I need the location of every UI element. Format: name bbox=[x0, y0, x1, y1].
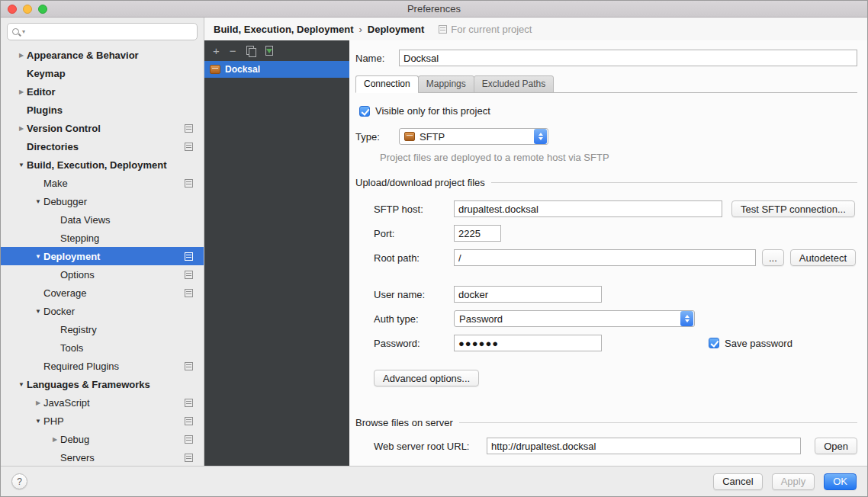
chevron-down-icon[interactable]: ▼ bbox=[33, 418, 43, 425]
sidebar-item-languages-frameworks[interactable]: ▼ Languages & Frameworks bbox=[1, 375, 204, 393]
user-name-field[interactable] bbox=[454, 286, 602, 303]
test-sftp-connection-button[interactable]: Test SFTP connection... bbox=[731, 200, 855, 217]
titlebar: Preferences bbox=[1, 1, 867, 18]
minimize-window-button[interactable] bbox=[23, 5, 32, 14]
chevron-down-icon[interactable]: ▾ bbox=[22, 28, 25, 35]
open-button[interactable]: Open bbox=[815, 438, 857, 454]
sidebar-item-editor[interactable]: ▶ Editor bbox=[1, 82, 204, 101]
sidebar-item-directories[interactable]: Directories bbox=[1, 137, 204, 156]
chevron-right-icon[interactable]: ▶ bbox=[50, 436, 60, 443]
settings-search-box[interactable]: ▾ bbox=[7, 23, 198, 40]
search-input[interactable] bbox=[27, 26, 192, 38]
chevron-down-icon[interactable]: ▼ bbox=[33, 198, 43, 205]
web-server-root-url-label: Web server root URL: bbox=[374, 441, 487, 452]
sidebar-item-build-execution-deployment[interactable]: ▼ Build, Execution, Deployment bbox=[1, 156, 204, 174]
type-select[interactable]: SFTP bbox=[399, 128, 548, 145]
sftp-host-field[interactable] bbox=[454, 200, 722, 217]
remove-server-button[interactable]: − bbox=[230, 45, 236, 56]
zoom-window-button[interactable] bbox=[38, 5, 47, 14]
chevron-right-icon[interactable]: ▶ bbox=[33, 399, 43, 406]
chevron-down-icon[interactable]: ▼ bbox=[16, 381, 27, 388]
visible-only-checkbox[interactable] bbox=[359, 106, 370, 117]
tab-connection[interactable]: Connection bbox=[355, 75, 419, 93]
sidebar-item-plugins[interactable]: Plugins bbox=[1, 101, 204, 119]
close-window-button[interactable] bbox=[8, 5, 17, 14]
root-path-field[interactable] bbox=[454, 249, 756, 266]
dropdown-stepper-icon[interactable] bbox=[680, 311, 693, 326]
sidebar-item-stepping[interactable]: Stepping bbox=[1, 229, 204, 247]
current-project-icon bbox=[439, 25, 447, 34]
current-project-icon bbox=[185, 454, 193, 462]
settings-tree: ▶ Appearance & Behavior Keymap ▶ Editor … bbox=[1, 43, 204, 466]
sidebar-item-php[interactable]: ▼ PHP bbox=[1, 412, 204, 430]
sidebar-item-docker[interactable]: ▼ Docker bbox=[1, 302, 204, 320]
chevron-right-icon[interactable]: ▶ bbox=[16, 52, 27, 59]
current-project-icon bbox=[185, 179, 193, 188]
port-label: Port: bbox=[374, 228, 454, 239]
browse-section-header: Browse files on server bbox=[355, 417, 857, 428]
autodetect-button[interactable]: Autodetect bbox=[790, 249, 856, 266]
sidebar-item-debug[interactable]: ▶ Debug bbox=[1, 430, 204, 448]
current-project-icon bbox=[185, 289, 193, 297]
web-server-root-url-field[interactable] bbox=[487, 438, 801, 454]
current-project-icon bbox=[185, 362, 193, 370]
chevron-down-icon[interactable]: ▼ bbox=[33, 308, 43, 315]
chevron-down-icon[interactable]: ▼ bbox=[16, 162, 27, 168]
sidebar-item-keymap[interactable]: Keymap bbox=[1, 64, 204, 82]
breadcrumb-deployment[interactable]: Deployment bbox=[368, 24, 424, 35]
current-project-icon bbox=[185, 143, 193, 151]
advanced-options-button[interactable]: Advanced options... bbox=[374, 370, 479, 386]
name-field[interactable] bbox=[399, 50, 857, 66]
sidebar-item-javascript[interactable]: ▶ JavaScript bbox=[1, 393, 204, 412]
password-field[interactable] bbox=[454, 335, 602, 351]
sidebar-item-coverage[interactable]: Coverage bbox=[1, 284, 204, 302]
user-name-label: User name: bbox=[374, 289, 454, 300]
server-list-toolbar: + − bbox=[204, 40, 349, 61]
dropdown-stepper-icon[interactable] bbox=[534, 129, 547, 144]
breadcrumb-build-execution-deployment[interactable]: Build, Execution, Deployment bbox=[214, 24, 353, 35]
sidebar-item-appearance-behavior[interactable]: ▶ Appearance & Behavior bbox=[1, 46, 204, 64]
current-project-icon bbox=[185, 417, 193, 425]
cancel-button[interactable]: Cancel bbox=[713, 473, 762, 490]
browse-root-path-button[interactable]: ... bbox=[762, 249, 784, 266]
search-icon bbox=[12, 28, 19, 35]
chevron-right-icon[interactable]: ▶ bbox=[16, 125, 27, 132]
ok-button[interactable]: OK bbox=[824, 473, 857, 490]
current-project-icon bbox=[185, 271, 193, 279]
port-field[interactable] bbox=[454, 225, 501, 242]
name-label: Name: bbox=[355, 53, 399, 64]
sidebar-item-make[interactable]: Make bbox=[1, 174, 204, 192]
chevron-down-icon[interactable]: ▼ bbox=[33, 253, 43, 260]
sidebar-item-registry[interactable]: Registry bbox=[1, 320, 204, 338]
sidebar-item-version-control[interactable]: ▶ Version Control bbox=[1, 119, 204, 137]
sidebar-item-data-views[interactable]: Data Views bbox=[1, 210, 204, 229]
save-password-label: Save password bbox=[725, 338, 792, 349]
sidebar-item-options[interactable]: Options bbox=[1, 265, 204, 284]
auth-type-select[interactable]: Password bbox=[454, 310, 695, 327]
import-server-icon[interactable] bbox=[265, 46, 273, 56]
sidebar-item-tools[interactable]: Tools bbox=[1, 338, 204, 357]
sidebar-item-servers[interactable]: Servers bbox=[1, 448, 204, 466]
type-label: Type: bbox=[355, 131, 399, 143]
sidebar-item-deployment[interactable]: ▼ Deployment bbox=[1, 247, 204, 265]
add-server-button[interactable]: + bbox=[213, 45, 220, 56]
traffic-lights bbox=[8, 5, 47, 14]
scope-label: For current project bbox=[451, 24, 532, 35]
breadcrumb-separator-icon: › bbox=[358, 24, 362, 35]
sftp-server-icon bbox=[210, 65, 220, 74]
apply-button[interactable]: Apply bbox=[772, 473, 815, 490]
preferences-window: Preferences ▾ ▶ Appearance & Behavior Ke… bbox=[0, 0, 868, 497]
window-title: Preferences bbox=[407, 3, 461, 14]
sidebar-item-required-plugins[interactable]: Required Plugins bbox=[1, 357, 204, 375]
help-button[interactable]: ? bbox=[11, 473, 27, 489]
root-path-label: Root path: bbox=[374, 252, 454, 264]
current-project-icon bbox=[185, 252, 193, 261]
copy-server-icon[interactable] bbox=[246, 46, 256, 56]
chevron-right-icon[interactable]: ▶ bbox=[16, 88, 27, 95]
current-project-icon bbox=[185, 124, 193, 133]
tab-mappings[interactable]: Mappings bbox=[418, 75, 474, 93]
tab-excluded-paths[interactable]: Excluded Paths bbox=[474, 75, 554, 93]
server-list-item-docksal[interactable]: Docksal bbox=[204, 61, 349, 78]
sidebar-item-debugger[interactable]: ▼ Debugger bbox=[1, 192, 204, 210]
save-password-checkbox[interactable] bbox=[709, 338, 719, 348]
